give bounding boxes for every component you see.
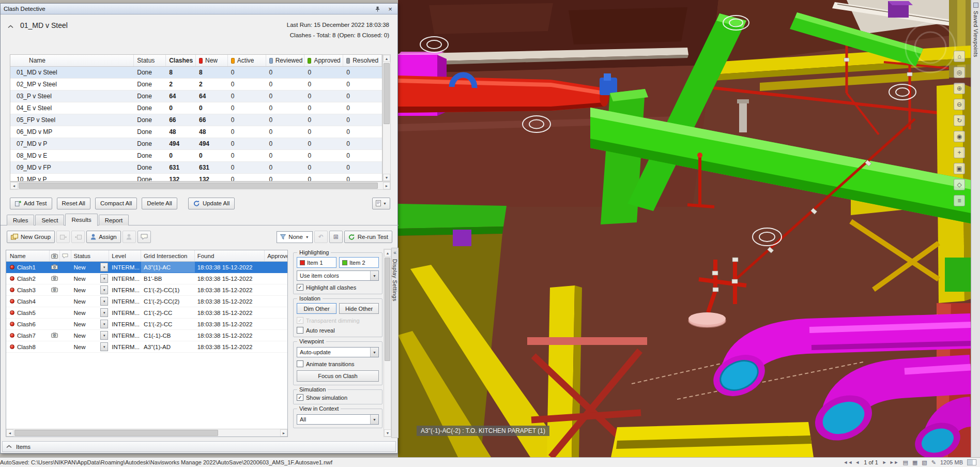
- nav-settings-button[interactable]: ≡: [954, 195, 965, 206]
- clash-row[interactable]: Clash7New▼INTERM...C1(-1)-CB18:03:38 15-…: [6, 330, 287, 341]
- viewport-3d-scene[interactable]: [398, 0, 971, 457]
- tab-select[interactable]: Select: [35, 215, 64, 225]
- test-row[interactable]: 10_MP v PDone1321320000: [10, 174, 382, 182]
- tests-col-approved[interactable]: Approved: [304, 55, 343, 66]
- scroll-right-arrow-icon[interactable]: ►: [280, 429, 287, 436]
- auto-reveal-checkbox[interactable]: Auto reveal: [297, 327, 379, 334]
- new-group-button[interactable]: New Group: [7, 231, 55, 243]
- results-col-level[interactable]: Level: [109, 250, 141, 261]
- nav-pan-button[interactable]: +: [954, 147, 965, 158]
- tests-col-new[interactable]: New: [196, 55, 228, 66]
- clash-detective-titlebar[interactable]: Clash Detective ×: [1, 4, 397, 14]
- previous-sheet-button[interactable]: ◄: [855, 460, 860, 465]
- items-section-bar[interactable]: Items: [2, 441, 396, 452]
- tab-rules[interactable]: Rules: [7, 215, 34, 225]
- status-dropdown-button[interactable]: ▼: [100, 285, 108, 294]
- clash-row[interactable]: Clash2New▼INTERM...B1'-BB18:03:38 15-12-…: [6, 273, 287, 284]
- unassign-button[interactable]: [122, 231, 136, 243]
- tests-col-resolved[interactable]: Resolved: [343, 55, 382, 66]
- nav-orbit-button[interactable]: ↻: [954, 115, 965, 126]
- item-colors-dropdown[interactable]: Use item colors ▼: [297, 270, 379, 281]
- green-floor-slab[interactable]: [398, 204, 507, 236]
- pencil-edit-icon[interactable]: ✎: [931, 459, 936, 466]
- nav-fly-button[interactable]: ◇: [954, 179, 965, 190]
- rerun-test-button[interactable]: Re-run Test: [344, 231, 392, 243]
- tests-col-active[interactable]: Active: [228, 55, 266, 66]
- nav-zoom-in-button[interactable]: ⊕: [954, 83, 965, 94]
- delete-all-button[interactable]: Delete All: [142, 198, 177, 209]
- settings-vertical-scrollbar[interactable]: ▲ ▼: [384, 249, 391, 437]
- test-row[interactable]: 07_MD v PDone4944940000: [10, 138, 382, 150]
- pin-window-button[interactable]: [373, 5, 381, 13]
- test-row[interactable]: 04_E v SteelDone000000: [10, 102, 382, 114]
- scroll-up-arrow-icon[interactable]: ▲: [383, 55, 390, 62]
- test-row[interactable]: 02_MP v SteelDone220000: [10, 79, 382, 91]
- highlight-item2-button[interactable]: Item 2: [339, 257, 379, 268]
- add-comment-button[interactable]: [137, 231, 151, 243]
- focus-on-clash-button[interactable]: Focus on Clash: [297, 370, 379, 382]
- expand-panel-chevron-icon[interactable]: «: [393, 250, 396, 255]
- tests-col-reviewed[interactable]: Reviewed: [266, 55, 305, 66]
- report-split-button[interactable]: ▼: [372, 198, 390, 209]
- nav-zoom-out-button[interactable]: ⊖: [954, 99, 965, 110]
- status-dropdown-button[interactable]: ▼: [100, 342, 108, 351]
- results-col-approved[interactable]: Approved: [265, 250, 287, 261]
- add-test-button[interactable]: Add Test: [10, 198, 52, 209]
- sheet-browser-button[interactable]: ▤: [903, 459, 908, 466]
- status-dropdown-button[interactable]: ▼: [100, 320, 108, 328]
- tests-vertical-scrollbar[interactable]: ▲ ▼: [382, 54, 391, 182]
- status-dropdown-button[interactable]: ▼: [100, 263, 108, 272]
- status-dropdown-button[interactable]: ▼: [100, 331, 108, 340]
- tests-col-clashes[interactable]: Clashes: [166, 55, 196, 66]
- clash-row[interactable]: Clash3New▼INTERM...C1'(-2)-CC(1)18:03:38…: [6, 284, 287, 296]
- next-sheet-button[interactable]: ►: [882, 460, 887, 465]
- update-all-button[interactable]: Update All: [188, 198, 235, 209]
- transparent-dimming-checkbox[interactable]: ✓ Transparent dimming: [297, 317, 379, 324]
- nav-home-button[interactable]: ⌂: [954, 51, 965, 62]
- assign-button[interactable]: Assign: [86, 231, 121, 243]
- tab-report[interactable]: Report: [99, 215, 129, 225]
- display-settings-tab-strip[interactable]: « Display Settings: [391, 248, 399, 438]
- test-row[interactable]: 06_MD v MPDone48480000: [10, 126, 382, 138]
- tests-col-status[interactable]: Status: [134, 55, 166, 66]
- dim-other-button[interactable]: Dim Other: [297, 303, 336, 314]
- clash-row[interactable]: Clash6New▼INTERM...C1'(-2)-CC18:03:38 15…: [6, 319, 287, 330]
- remove-from-group-button[interactable]: [71, 231, 85, 243]
- compact-all-button[interactable]: Compact All: [95, 198, 137, 209]
- nav-steering-wheel-button[interactable]: ◎: [954, 67, 965, 78]
- 3d-viewport[interactable]: A3"(-1)-AC(-2) : T.O. KITCHEN PARAPET (1…: [398, 0, 971, 457]
- scroll-right-arrow-icon[interactable]: ►: [383, 182, 390, 189]
- results-col-found[interactable]: Found: [195, 250, 265, 261]
- nav-walk-button[interactable]: ▣: [954, 163, 965, 174]
- yellow-parapet-bottom[interactable]: [611, 422, 814, 457]
- scroll-left-arrow-icon[interactable]: ◄: [10, 182, 18, 189]
- results-col-grid-intersection[interactable]: Grid Intersection: [141, 250, 195, 261]
- last-sheet-button[interactable]: ►►: [890, 460, 899, 465]
- scrollbar-thumb[interactable]: [385, 258, 390, 361]
- saved-viewpoints-tab-strip[interactable]: Saved Viewpoints: [971, 0, 980, 457]
- tests-horizontal-scrollbar[interactable]: ◄ ►: [10, 182, 391, 190]
- clash-row[interactable]: Clash1New▼INTERM...A3"(1)-AC18:03:38 15-…: [6, 262, 287, 273]
- filter-none-dropdown[interactable]: None ▼: [277, 231, 312, 243]
- viewpoint-mode-dropdown[interactable]: Auto-update ▼: [297, 347, 379, 357]
- close-window-button[interactable]: ×: [386, 5, 394, 13]
- results-col-name[interactable]: Name: [6, 250, 50, 261]
- scroll-left-arrow-icon[interactable]: ◄: [6, 429, 13, 436]
- test-row[interactable]: 01_MD v SteelDone880000: [10, 67, 382, 79]
- first-sheet-button[interactable]: ◄◄: [844, 460, 853, 465]
- nav-look-button[interactable]: ◉: [954, 131, 965, 142]
- tiles-view-button[interactable]: ▦: [912, 459, 917, 466]
- status-dropdown-button[interactable]: ▼: [100, 308, 108, 317]
- collapse-test-chevron-icon[interactable]: [8, 23, 13, 30]
- results-horizontal-scrollbar[interactable]: ◄ ►: [6, 429, 288, 437]
- scroll-down-arrow-icon[interactable]: ▼: [384, 429, 391, 436]
- view-in-context-dropdown[interactable]: All ▼: [297, 414, 379, 425]
- status-dropdown-button[interactable]: ▼: [100, 297, 108, 306]
- highlight-all-clashes-checkbox[interactable]: ✓ Highlight all clashes: [297, 284, 379, 291]
- results-col-status[interactable]: Status: [71, 250, 110, 261]
- reset-all-button[interactable]: Reset All: [57, 198, 90, 209]
- test-row[interactable]: 09_MD v FPDone6316310000: [10, 162, 382, 174]
- clash-row[interactable]: Clash4New▼INTERM...C1'(-2)-CC(2)18:03:38…: [6, 296, 287, 307]
- highlight-item1-button[interactable]: Item 1: [297, 257, 336, 268]
- tests-col-name[interactable]: Name: [10, 55, 134, 66]
